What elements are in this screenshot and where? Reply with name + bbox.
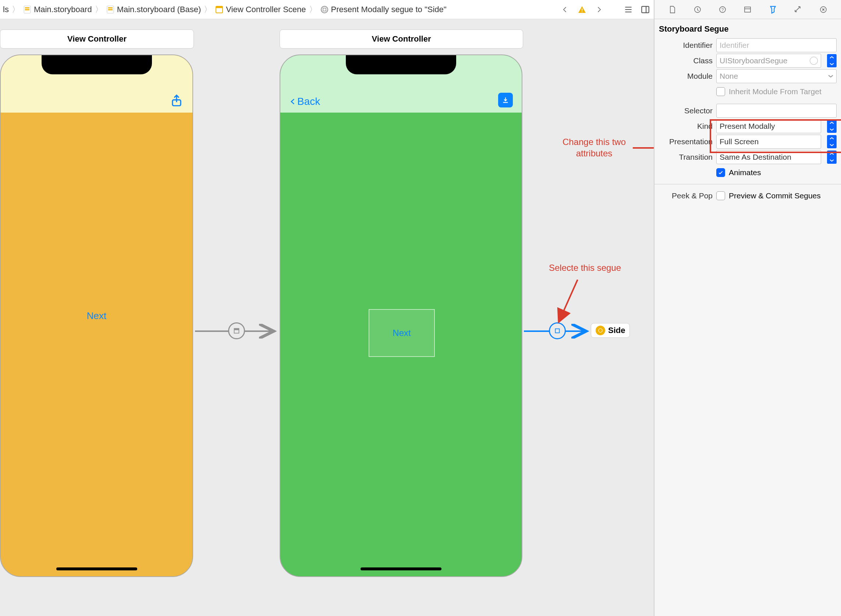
annotation-arrow-select xyxy=(552,277,596,328)
next-button-label: Next xyxy=(87,310,106,321)
transition-stepper[interactable] xyxy=(827,151,837,164)
breadcrumb-label: Main.storyboard (Base) xyxy=(117,5,201,14)
svg-rect-9 xyxy=(323,8,326,11)
back-button[interactable]: Back xyxy=(289,96,320,107)
transition-label: Transition xyxy=(659,153,713,161)
module-field[interactable]: None xyxy=(716,69,837,83)
inspector-tab-history[interactable] xyxy=(691,3,704,16)
back-label: Back xyxy=(297,96,320,107)
row-module: Module None xyxy=(659,69,837,84)
issues-icon[interactable] xyxy=(576,4,588,15)
download-icon[interactable] xyxy=(498,93,513,107)
breadcrumb-bar: ls 〉 Main.storyboard 〉 Main.storyboard (… xyxy=(3,4,560,15)
breadcrumb-item-3[interactable]: View Controller Scene xyxy=(215,5,306,14)
svg-point-8 xyxy=(321,6,328,13)
class-field[interactable]: UIStoryboardSegue xyxy=(716,54,821,68)
scene-title-bar[interactable]: View Controller xyxy=(0,29,194,48)
svg-rect-7 xyxy=(216,6,223,8)
row-identifier: Identifier Identifier xyxy=(659,38,837,53)
svg-text:?: ? xyxy=(721,7,724,13)
breadcrumb-separator-icon: 〉 xyxy=(94,4,104,15)
chevron-up-icon xyxy=(829,56,834,59)
breadcrumb-label: ls xyxy=(3,5,9,14)
outline-toggle-button[interactable] xyxy=(623,4,634,15)
inspector-body: Storyboard Segue Identifier Identifier C… xyxy=(655,19,841,204)
container-button-label: Next xyxy=(393,328,410,338)
row-class: Class UIStoryboardSegue xyxy=(659,53,837,69)
storyboard-file-icon xyxy=(23,5,32,14)
share-icon[interactable] xyxy=(170,94,183,107)
transition-dropdown[interactable]: Same As Destination xyxy=(716,150,821,164)
svg-point-29 xyxy=(823,9,824,10)
editor-column: ls 〉 Main.storyboard 〉 Main.storyboard (… xyxy=(0,0,654,616)
identifier-field[interactable]: Identifier xyxy=(716,38,837,52)
class-stepper[interactable] xyxy=(827,54,837,67)
inspector-tab-help[interactable]: ? xyxy=(716,3,729,16)
module-value: None xyxy=(719,72,738,81)
breadcrumb-item-4[interactable]: Present Modally segue to "Side" xyxy=(320,5,447,14)
annotation-change-attrs: Change this two attributes xyxy=(552,136,636,159)
class-label: Class xyxy=(659,56,713,65)
breadcrumb-separator-icon: 〉 xyxy=(203,4,212,15)
scene-title-bar[interactable]: View Controller xyxy=(280,29,523,48)
class-jump-icon[interactable] xyxy=(810,57,818,65)
row-presentation: Presentation Full Screen xyxy=(659,134,837,150)
inspector-tab-file[interactable] xyxy=(665,3,679,16)
peekpop-value: Preview & Commit Segues xyxy=(729,191,821,200)
inspector-tab-size[interactable] xyxy=(791,3,804,16)
segue-icon xyxy=(320,5,329,14)
presentation-stepper[interactable] xyxy=(827,135,837,148)
breadcrumb-item-0[interactable]: ls xyxy=(3,5,9,14)
device-notch xyxy=(346,55,456,74)
segue-target-label: Side xyxy=(608,326,625,335)
chevron-down-icon xyxy=(829,159,834,162)
svg-rect-2 xyxy=(25,9,29,10)
breadcrumb-label: Present Modally segue to "Side" xyxy=(331,5,447,14)
storyboard-canvas[interactable]: View Controller Next xyxy=(0,19,654,616)
inspector-tab-identity[interactable] xyxy=(741,3,754,16)
device-mockup-2[interactable]: Back Next xyxy=(280,54,522,577)
presentation-dropdown[interactable]: Full Screen xyxy=(716,135,821,149)
nav-back-button[interactable] xyxy=(560,4,571,15)
nav-forward-button[interactable] xyxy=(593,4,604,15)
kind-dropdown[interactable]: Present Modally xyxy=(716,119,821,133)
kind-stepper[interactable] xyxy=(827,120,837,133)
breadcrumb-item-1[interactable]: Main.storyboard xyxy=(23,5,92,14)
chevron-up-icon xyxy=(829,153,834,155)
scene-title-label: View Controller xyxy=(67,34,126,44)
chevron-down-icon xyxy=(829,128,834,131)
selector-field[interactable] xyxy=(716,104,837,118)
chevron-up-icon xyxy=(829,122,834,125)
svg-rect-12 xyxy=(642,6,649,13)
transition-value: Same As Destination xyxy=(719,153,791,161)
inherit-checkbox[interactable] xyxy=(716,87,725,96)
next-button[interactable]: Next xyxy=(87,310,106,322)
section-title: Storyboard Segue xyxy=(659,23,837,38)
segue-icon-1[interactable] xyxy=(228,322,245,339)
row-inherit: Inherit Module From Target xyxy=(659,84,837,99)
device-notch xyxy=(42,55,152,74)
svg-rect-26 xyxy=(744,7,750,12)
inspector-tab-attributes[interactable] xyxy=(766,3,779,16)
svg-line-21 xyxy=(559,280,577,321)
segue-target-chip[interactable]: Side xyxy=(591,323,630,338)
breadcrumb-item-2[interactable]: Main.storyboard (Base) xyxy=(106,5,201,14)
identifier-label: Identifier xyxy=(659,41,713,50)
container-view[interactable]: Next xyxy=(369,309,435,357)
svg-rect-4 xyxy=(108,7,113,9)
svg-rect-17 xyxy=(234,329,239,330)
annotation-select-segue: Selecte this segue xyxy=(541,262,629,273)
animates-checkbox[interactable] xyxy=(716,168,725,177)
svg-point-20 xyxy=(599,329,603,333)
class-value: UIStoryboardSegue xyxy=(719,56,787,65)
animates-label: Animates xyxy=(729,168,761,177)
adjust-editor-button[interactable] xyxy=(640,4,651,15)
annotation-text: Change this two attributes xyxy=(563,137,626,158)
chevron-left-icon xyxy=(289,97,296,107)
inspector-tab-connections[interactable] xyxy=(817,3,830,16)
svg-rect-10 xyxy=(582,9,582,11)
presentation-value: Full Screen xyxy=(719,137,759,146)
device-mockup-1[interactable]: Next xyxy=(0,54,193,577)
peekpop-checkbox[interactable] xyxy=(716,191,725,200)
toolbar-right-group xyxy=(560,4,651,15)
